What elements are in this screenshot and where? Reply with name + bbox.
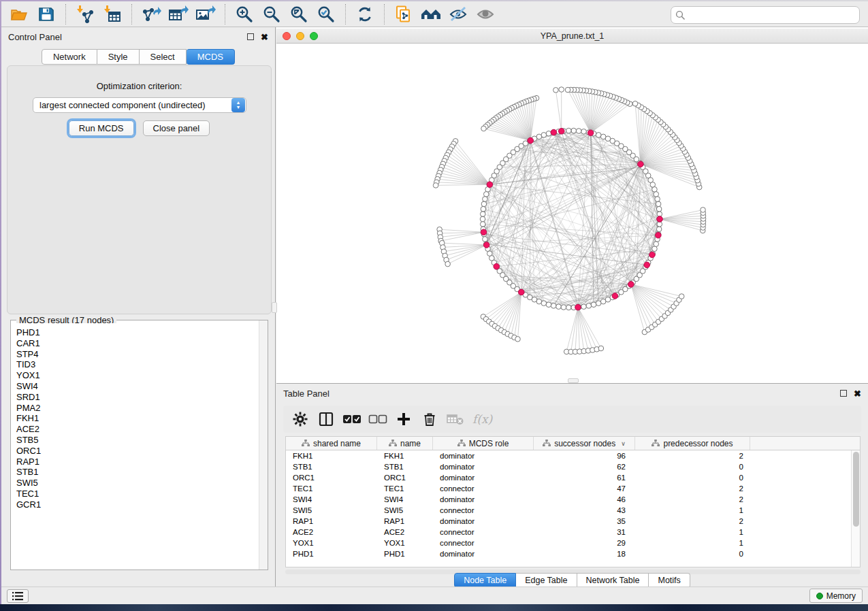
zoom-in-icon[interactable]: [234, 3, 255, 25]
zoom-out-icon[interactable]: [261, 3, 283, 25]
mcds-result-item[interactable]: SRD1: [16, 392, 259, 403]
table-row[interactable]: PHD1PHD1dominator180: [286, 548, 851, 559]
table-row[interactable]: ORC1ORC1dominator610: [286, 472, 851, 483]
add-column-icon[interactable]: [393, 409, 414, 429]
task-history-button[interactable]: [7, 589, 29, 603]
export-table-icon[interactable]: [167, 3, 189, 25]
cell-MCDS-role: connector: [433, 539, 534, 547]
mcds-result-item[interactable]: SWI5: [16, 478, 259, 489]
criterion-select[interactable]: largest connected component (undirected)…: [33, 97, 246, 113]
cell-predecessor-nodes: 1: [635, 506, 750, 514]
criterion-selected-value: largest connected component (undirected): [33, 100, 231, 110]
run-mcds-button[interactable]: Run MCDS: [69, 120, 134, 136]
column-type-icon: [652, 440, 660, 447]
mcds-result-item[interactable]: STP4: [16, 349, 259, 360]
mcds-result-item[interactable]: STB5: [16, 435, 259, 446]
cell-predecessor-nodes: 2: [635, 484, 750, 493]
toolbar-separator: [345, 4, 346, 24]
tab-motifs[interactable]: Motifs: [649, 573, 690, 588]
tab-style[interactable]: Style: [97, 49, 140, 65]
column-header-predecessor-nodes[interactable]: predecessor nodes: [635, 437, 750, 450]
table-row[interactable]: FKH1FKH1dominator962: [286, 450, 851, 461]
tab-mcds[interactable]: MCDS: [187, 49, 235, 65]
table-row[interactable]: SWI5SWI5connector431: [286, 505, 851, 516]
import-network-icon[interactable]: [74, 3, 96, 25]
column-header-shared-name[interactable]: shared name: [286, 437, 377, 450]
split-handle-horizontal[interactable]: [568, 378, 579, 383]
toolbar-separator: [131, 4, 132, 24]
tab-node-table[interactable]: Node Table: [454, 573, 516, 588]
table-row[interactable]: ACE2ACE2connector311: [286, 527, 851, 538]
mcds-result-item[interactable]: STB1: [16, 467, 259, 478]
mcds-result-item[interactable]: FKH1: [16, 413, 259, 424]
mcds-result-item[interactable]: ORC1: [16, 446, 259, 457]
column-header-name[interactable]: name: [377, 437, 433, 450]
first-neighbors-icon[interactable]: [420, 3, 442, 25]
control-panel-header: Control Panel ✖: [1, 27, 275, 46]
export-image-icon[interactable]: [195, 3, 216, 25]
table-row[interactable]: TEC1TEC1connector472: [286, 483, 851, 494]
import-table-icon[interactable]: [101, 3, 123, 25]
new-network-from-selection-icon[interactable]: [393, 3, 415, 25]
table-vertical-scrollbar[interactable]: [851, 450, 860, 567]
toolbar-separator: [384, 4, 385, 24]
control-panel: Control Panel ✖ NetworkStyleSelectMCDS O…: [1, 27, 276, 587]
cell-shared-name: STB1: [286, 463, 377, 471]
delete-table-icon[interactable]: [445, 409, 466, 429]
open-folder-icon[interactable]: [8, 3, 30, 25]
memory-button[interactable]: Memory: [809, 589, 863, 603]
tab-select[interactable]: Select: [140, 49, 187, 65]
mcds-result-item[interactable]: ACE2: [16, 424, 259, 435]
export-network-icon[interactable]: [140, 3, 162, 25]
tab-edge-table[interactable]: Edge Table: [516, 573, 577, 588]
mcds-result-item[interactable]: TID3: [16, 359, 259, 370]
split-handle-vertical[interactable]: [272, 302, 277, 313]
main-toolbar: [1, 1, 868, 27]
hide-selected-icon[interactable]: [447, 3, 469, 25]
column-header-successor-nodes[interactable]: successor nodes∨: [534, 437, 635, 450]
select-all-icon[interactable]: [342, 409, 362, 429]
cell-name: YOX1: [377, 539, 433, 547]
column-type-icon: [457, 440, 466, 447]
control-panel-title: Control Panel: [8, 32, 62, 42]
mcds-result-item[interactable]: SWI4: [16, 381, 259, 392]
mcds-result-item[interactable]: YOX1: [16, 370, 259, 381]
cell-predecessor-nodes: 2: [635, 517, 750, 525]
save-icon[interactable]: [35, 3, 57, 25]
cell-successor-nodes: 35: [534, 517, 635, 525]
float-panel-icon[interactable]: [840, 390, 847, 397]
mcds-result-item[interactable]: PHD1: [16, 327, 259, 338]
table-row[interactable]: SWI4SWI4dominator462: [286, 494, 851, 505]
refresh-icon[interactable]: [354, 3, 376, 25]
network-canvas[interactable]: [276, 44, 868, 383]
zoom-selected-icon[interactable]: [315, 3, 337, 25]
table-row[interactable]: YOX1YOX1connector291: [286, 538, 851, 548]
unselect-all-icon[interactable]: [368, 409, 388, 429]
delete-column-icon[interactable]: [419, 409, 440, 429]
mcds-result-item[interactable]: TEC1: [16, 489, 259, 499]
split-columns-icon[interactable]: [316, 409, 336, 429]
scrollbar-thumb[interactable]: [853, 452, 859, 527]
function-builder-icon[interactable]: f(x): [471, 412, 492, 426]
search-input[interactable]: [671, 6, 860, 24]
table-row[interactable]: STB1STB1dominator620: [286, 461, 851, 472]
table-panel-header: Table Panel ✖: [276, 384, 868, 403]
zoom-fit-icon[interactable]: [288, 3, 310, 25]
close-panel-button[interactable]: Close panel: [143, 120, 210, 136]
float-panel-icon[interactable]: [247, 33, 254, 40]
list-icon: [12, 591, 24, 601]
gear-icon[interactable]: [290, 409, 310, 429]
show-all-icon[interactable]: [475, 3, 496, 25]
tab-network[interactable]: Network: [42, 49, 97, 65]
column-header-MCDS-role[interactable]: MCDS role: [433, 437, 534, 450]
mcds-result-item[interactable]: CAR1: [16, 338, 259, 349]
close-panel-icon[interactable]: ✖: [261, 33, 268, 42]
close-panel-icon[interactable]: ✖: [854, 389, 861, 398]
mcds-list-scrollbar[interactable]: [259, 320, 268, 569]
mcds-result-list[interactable]: PHD1CAR1STP4TID3YOX1SWI4SRD1PMA2FKH1ACE2…: [12, 323, 259, 569]
mcds-result-item[interactable]: RAP1: [16, 457, 259, 467]
table-row[interactable]: RAP1RAP1dominator352: [286, 516, 851, 527]
tab-network-table[interactable]: Network Table: [577, 573, 649, 588]
mcds-result-item[interactable]: GCR1: [16, 499, 259, 510]
mcds-result-item[interactable]: PMA2: [16, 403, 259, 414]
